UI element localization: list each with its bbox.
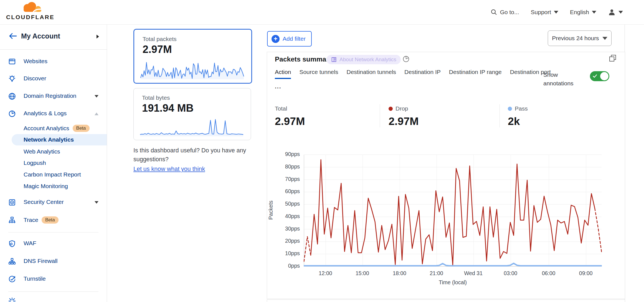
x-axis-ticks: 12:0015:0018:0021:00Wed 3103:0006:0009:0… (304, 270, 602, 277)
sidebar-item-label: DNS Firewall (24, 258, 58, 264)
stat-value: 2.97M (389, 115, 419, 127)
sidebar-item-label: Discover (24, 75, 46, 82)
card-label: Total bytes (142, 94, 170, 101)
packets-line-chart[interactable] (304, 155, 602, 267)
sidebar-item-waf[interactable]: WAF (0, 235, 107, 252)
sidebar-item-label: Magic Monitoring (24, 183, 68, 190)
feedback-block: Is this dashboard useful? Do you have an… (133, 146, 254, 173)
stat-divider (500, 104, 500, 127)
sidebar-item-label: Websites (24, 58, 47, 65)
dimension-tabs: Action Source tunnels Destination tunnel… (275, 69, 555, 93)
total-packets-card[interactable]: Total packets 2.97M (133, 29, 252, 84)
stat-label: Drop (395, 105, 408, 112)
total-bytes-sparkline (140, 118, 244, 137)
language-menu[interactable]: English (570, 9, 596, 16)
toggle-knob (600, 72, 608, 80)
sidebar-item-label: Turnstile (24, 275, 46, 282)
waf-icon (8, 240, 16, 247)
tab-destination-ip-range[interactable]: Destination IP range (449, 69, 502, 79)
sidebar-item-websites[interactable]: Websites (0, 53, 107, 70)
caret-down-icon (618, 11, 623, 14)
sidebar-item-carbon-impact-report[interactable]: Carbon Impact Report (0, 169, 107, 180)
sidebar-item-label: Trace (24, 217, 38, 223)
sidebar-item-label: Account Analytics (24, 125, 69, 131)
discover-icon (8, 75, 16, 83)
next-panel-top-edge (267, 300, 625, 302)
expand-icon[interactable] (608, 54, 617, 63)
stat-pass: Pass 2k (508, 105, 528, 127)
about-network-analytics-badge[interactable]: About Network Analytics (326, 55, 401, 64)
domain-registration-icon (8, 93, 16, 100)
zero-trust-icon[interactable] (8, 297, 16, 302)
sidebar-item-label: Analytics & Logs (24, 110, 67, 117)
sidebar-item-analytics-logs[interactable]: Analytics & Logs (0, 105, 107, 122)
caret-up-icon (95, 112, 98, 115)
caret-down-icon (95, 201, 98, 204)
card-label: Total packets (143, 36, 177, 42)
add-filter-button[interactable]: + Add filter (267, 31, 312, 47)
check-icon (592, 74, 597, 79)
stat-divider (380, 104, 380, 127)
tab-source-tunnels[interactable]: Source tunnels (299, 69, 338, 79)
total-bytes-card[interactable]: Total bytes 191.94 MB (133, 88, 251, 140)
tab-destination-tunnels[interactable]: Destination tunnels (346, 69, 396, 79)
dns-firewall-icon (8, 258, 16, 265)
stat-value: 2k (508, 115, 528, 127)
sidebar-divider (8, 291, 98, 292)
sidebar-item-security-center[interactable]: Security Center (0, 194, 107, 211)
sidebar-item-dns-firewall[interactable]: DNS Firewall (0, 253, 107, 270)
analytics-icon (8, 110, 16, 117)
time-range-dropdown[interactable]: Previous 24 hours (548, 30, 612, 46)
drop-legend-dot (389, 107, 393, 111)
sidebar-item-turnstile[interactable]: Turnstile (0, 271, 107, 288)
account-header: My Account (0, 25, 107, 50)
sidebar-item-magic-monitoring[interactable]: Magic Monitoring (0, 181, 107, 192)
sidebar-item-label: WAF (24, 240, 36, 247)
trace-icon (8, 216, 16, 224)
caret-down-icon (95, 95, 98, 98)
tab-destination-ip[interactable]: Destination IP (404, 69, 441, 79)
stat-label: Pass (515, 105, 528, 112)
feedback-link[interactable]: Let us know what you think (133, 165, 205, 173)
x-axis-title: Time (local) (304, 279, 602, 286)
top-header: CLOUDFLARE Go to... Support English (0, 0, 644, 25)
cloudflare-dashboard: CLOUDFLARE Go to... Support English (0, 0, 644, 302)
support-menu[interactable]: Support (531, 9, 559, 16)
pie-icon[interactable] (402, 55, 410, 63)
add-icon: + (272, 35, 280, 43)
book-icon (331, 57, 337, 63)
show-annotations-label: Show annotations (543, 70, 579, 88)
goto-search[interactable]: Go to... (491, 9, 519, 16)
y-axis-ticks: 0pps10pps20pps30pps40pps50pps60pps70pps8… (274, 52, 300, 299)
sidebar-item-network-analytics[interactable]: Network Analytics (0, 134, 107, 145)
sidebar-item-label: Logpush (24, 160, 46, 166)
websites-icon (8, 58, 16, 65)
sidebar-item-trace[interactable]: TraceBeta (0, 212, 107, 229)
pass-legend-dot (508, 107, 512, 111)
badge-label: About Network Analytics (339, 57, 396, 63)
sidebar-item-account-analytics[interactable]: Account AnalyticsBeta (0, 122, 107, 134)
user-icon (608, 8, 616, 16)
caret-down-icon (602, 37, 607, 40)
sidebar-item-domain-registration[interactable]: Domain Registration (0, 88, 107, 105)
stat-drop: Drop 2.97M (389, 105, 419, 127)
total-packets-sparkline (140, 61, 244, 80)
back-arrow-icon[interactable] (9, 33, 17, 39)
sidebar-item-label: Web Analytics (24, 148, 60, 155)
add-filter-label: Add filter (283, 35, 306, 42)
sidebar-item-discover[interactable]: Discover (0, 70, 107, 88)
show-annotations-toggle[interactable] (590, 71, 609, 81)
account-menu[interactable] (608, 8, 623, 16)
feedback-question: Is this dashboard useful? Do you have an… (133, 146, 254, 164)
sidebar-item-logpush[interactable]: Logpush (0, 157, 107, 169)
header-actions: Go to... Support English (491, 0, 623, 24)
language-label: English (570, 9, 589, 16)
sidebar-item-web-analytics[interactable]: Web Analytics (0, 146, 107, 157)
sidebar: My Account Websites Discover (0, 25, 107, 302)
beta-badge: Beta (42, 216, 59, 224)
goto-label: Go to... (500, 9, 519, 16)
sidebar-item-label: Security Center (24, 199, 64, 205)
cloudflare-logo[interactable]: CLOUDFLARE (6, 1, 53, 21)
chevron-right-icon[interactable] (97, 35, 99, 39)
search-icon (491, 9, 497, 16)
